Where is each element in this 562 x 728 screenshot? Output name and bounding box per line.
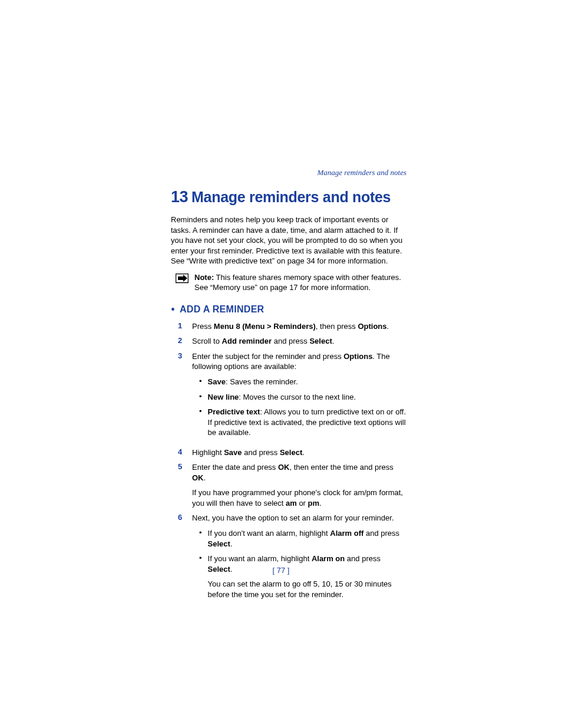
note-text: Note: This feature shares memory space w… [194, 272, 406, 293]
step-number: 5 [178, 462, 185, 471]
chapter-title: Manage reminders and notes [191, 189, 391, 206]
sub-text: New line: Moves the cursor to the next l… [208, 392, 406, 403]
sub-item: •Predictive text: Allows you to turn pre… [192, 407, 406, 438]
step-extra: If you have programmed your phone's cloc… [192, 487, 406, 508]
step-body: Enter the date and press OK, then enter … [192, 462, 406, 508]
sub-text: If you want an alarm, highlight Alarm on… [208, 554, 406, 599]
step-item: 5Enter the date and press OK, then enter… [178, 462, 406, 508]
section-heading: ADD A REMINDER [180, 304, 264, 315]
sub-list: •Save: Saves the reminder.•New line: Mov… [192, 377, 406, 438]
page-number: [ 77 ] [0, 566, 562, 575]
step-number: 6 [178, 513, 185, 522]
sub-text: Predictive text: Allows you to turn pred… [208, 407, 406, 438]
note-label: Note: [194, 273, 214, 282]
intro-paragraph: Reminders and notes help you keep track … [171, 215, 406, 266]
step-item: 3Enter the subject for the reminder and … [178, 351, 406, 443]
sub-item: •If you want an alarm, highlight Alarm o… [192, 554, 406, 599]
step-item: 2Scroll to Add reminder and press Select… [178, 336, 406, 347]
bullet-icon: • [199, 407, 202, 417]
step-item: 1Press Menu 8 (Menu > Reminders), then p… [178, 321, 406, 332]
step-number: 4 [178, 447, 185, 456]
note-block: Note: This feature shares memory space w… [176, 272, 406, 293]
page-content: Manage reminders and notes 13 Manage rem… [171, 168, 406, 609]
bullet-icon: • [199, 528, 202, 538]
step-item: 4Highlight Save and press Select. [178, 447, 406, 458]
sub-list: •If you don't want an alarm, highlight A… [192, 528, 406, 599]
chapter-number: 13 [171, 188, 188, 206]
sub-item: •New line: Moves the cursor to the next … [192, 392, 406, 403]
step-body: Scroll to Add reminder and press Select. [192, 336, 406, 347]
step-body: Enter the subject for the reminder and p… [192, 351, 406, 443]
step-body: Press Menu 8 (Menu > Reminders), then pr… [192, 321, 406, 332]
steps-list: 1Press Menu 8 (Menu > Reminders), then p… [178, 321, 406, 604]
bullet-icon: • [199, 554, 202, 564]
step-number: 3 [178, 351, 185, 360]
step-body: Next, you have the option to set an alar… [192, 513, 406, 604]
step-number: 1 [178, 321, 185, 330]
step-item: 6Next, you have the option to set an ala… [178, 513, 406, 604]
svg-marker-1 [178, 275, 187, 282]
bullet-icon: • [199, 392, 202, 402]
page-title: 13 Manage reminders and notes [171, 188, 406, 206]
sub-item: •If you don't want an alarm, highlight A… [192, 528, 406, 549]
bullet-icon: • [199, 377, 202, 387]
breadcrumb: Manage reminders and notes [171, 168, 406, 177]
sub-extra: You can set the alarm to go off 5, 10, 1… [208, 579, 406, 599]
sub-text: Save: Saves the reminder. [208, 377, 406, 387]
step-body: Highlight Save and press Select. [192, 447, 406, 458]
sub-item: •Save: Saves the reminder. [192, 377, 406, 387]
section-heading-row: • ADD A REMINDER [171, 304, 406, 315]
sub-text: If you don't want an alarm, highlight Al… [208, 528, 406, 549]
step-number: 2 [178, 336, 185, 345]
bullet-icon: • [171, 304, 175, 315]
note-arrow-icon [176, 274, 189, 284]
